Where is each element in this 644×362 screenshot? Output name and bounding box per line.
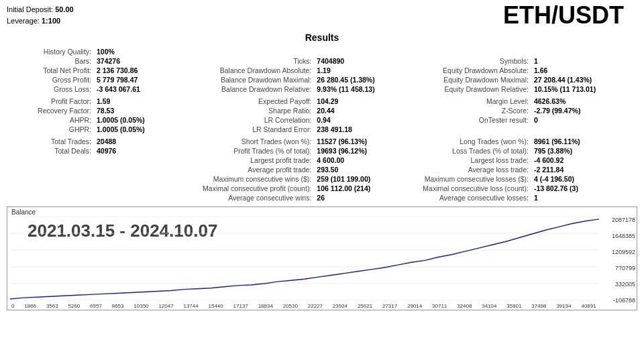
value-cell: 40976 [94,146,200,156]
label-cell [7,156,94,165]
value-cell: 1.19 [314,66,420,75]
x-label: 3563 [46,303,58,309]
value-cell [314,47,420,56]
label-cell: Loss Trades (% of total): [420,146,531,156]
x-label: 22227 [308,303,323,309]
x-label: 8653 [112,303,124,309]
table-row: Average profit trade: 293.50 Average los… [7,165,637,174]
label-cell [420,125,531,134]
value-cell: 1 [531,56,637,66]
y-label: 770799 [612,265,635,272]
x-label: 40891 [581,303,596,309]
table-row: Bars: 374276 Ticks: 7404890 Symbols: 1 [7,56,637,66]
table-row: Maximum consecutive wins ($): 259 (101 1… [7,174,637,184]
label-cell: Maximum consecutive losses ($): [420,174,531,184]
label-cell: Ticks: [200,56,314,66]
value-cell [94,165,200,174]
value-cell: 26 280.45 (1.38%) [314,75,420,84]
chart-y-labels: 2087178 1648385 1209592 770799 332005 -1… [612,217,635,304]
y-label: 1648385 [612,233,635,239]
label-cell: Average profit trade: [200,165,314,174]
value-cell: 9.93% (11 458.13) [314,84,420,94]
value-cell: -2 211.84 [531,165,637,174]
header-info: Initial Deposit: 50.00 Leverage: 1:100 [7,4,74,26]
x-label: 0 [11,303,14,309]
value-cell: 20488 [94,137,200,146]
leverage-label: Leverage: [7,17,40,25]
label-cell: GHPR: [7,125,94,134]
value-cell: 293.50 [314,165,420,174]
x-label: 17137 [233,303,248,309]
x-label: 30711 [432,303,447,309]
x-label: 10350 [133,303,148,309]
label-cell: Balance Drawdown Maximal: [200,75,314,84]
label-cell [7,193,94,202]
value-cell: -13 802.76 (3) [531,184,637,193]
value-cell: 2 136 730.86 [94,66,200,75]
value-cell: 100% [94,47,200,56]
y-label: 332005 [612,281,635,288]
value-cell [94,193,200,202]
label-cell: Maximal consecutive loss (count): [420,184,531,193]
table-row: Gross Loss: -3 643 067.61 Balance Drawdo… [7,84,637,94]
value-cell: 1.66 [531,66,637,75]
value-cell: 27 208.44 (1.43%) [531,75,637,84]
value-cell: 1.0005 (0.05%) [94,115,200,125]
label-cell: Maximal consecutive profit (count): [200,184,314,193]
x-label: 34104 [482,303,496,309]
value-cell: 78.53 [94,106,200,115]
value-cell: 20.44 [314,106,420,115]
value-cell [94,174,200,184]
label-cell: Long Trades (won %): [420,137,531,146]
x-label: 27317 [382,303,397,309]
y-label: 2087178 [612,217,635,223]
x-label: 1866 [24,303,36,309]
results-title: Results [7,32,637,43]
label-cell: Largest loss trade: [420,156,531,165]
x-label: 5260 [68,303,80,309]
label-cell: Bars: [7,56,94,66]
label-cell: Balance Drawdown Absolute: [200,66,314,75]
stats-table: History Quality: 100% Bars: 374276 Ticks… [7,47,637,202]
leverage-value: 1:100 [42,17,60,25]
label-cell: Sharpe Ratio: [200,106,314,115]
chart-x-labels: 0 1866 3563 5260 6957 8653 10350 12047 1… [11,303,596,309]
x-label: 37498 [531,303,546,309]
label-cell [7,174,94,184]
label-cell: Short Trades (won %): [200,137,314,146]
label-cell: Average consecutive losses: [420,193,531,202]
x-label: 6957 [90,303,102,309]
value-cell: 238 491.18 [314,125,420,134]
table-row: AHPR: 1.0005 (0.05%) LR Correlation: 0.9… [7,115,637,125]
label-cell: Equity Drawdown Relative: [420,84,531,94]
x-label: 13744 [183,303,198,309]
value-cell: 106 112.00 (214) [314,184,420,193]
x-label: 18834 [258,303,273,309]
label-cell [420,47,531,56]
label-cell: Profit Factor: [7,97,94,106]
value-cell [94,156,200,165]
x-label: 39194 [556,303,571,309]
label-cell: Average consecutive wins: [200,193,314,202]
label-cell: Equity Drawdown Maximal: [420,75,531,84]
value-cell: 5 779 798.47 [94,75,200,84]
label-cell [200,47,314,56]
value-cell [531,47,637,56]
label-cell [7,165,94,174]
table-row: GHPR: 1.0005 (0.05%) LR Standard Error: … [7,125,637,134]
table-row: Recovery Factor: 78.53 Sharpe Ratio: 20.… [7,106,637,115]
label-cell: Maximum consecutive wins ($): [200,174,314,184]
value-cell: 4 (-4 196.50) [531,174,637,184]
value-cell: 8961 (96.11%) [531,137,637,146]
label-cell: History Quality: [7,47,94,56]
label-cell: Expected Payoff: [200,97,314,106]
value-cell: 374276 [94,56,200,66]
value-cell: -4 600.92 [531,156,637,165]
table-row: Total Net Profit: 2 136 730.86 Balance D… [7,66,637,75]
value-cell: 11527 (96.13%) [314,137,420,146]
table-row: Gross Profit: 5 779 798.47 Balance Drawd… [7,75,637,84]
label-cell: Equity Drawdown Absolute: [420,66,531,75]
label-cell: Total Deals: [7,146,94,156]
value-cell: 0 [531,115,637,125]
value-cell: 1 [531,193,637,202]
